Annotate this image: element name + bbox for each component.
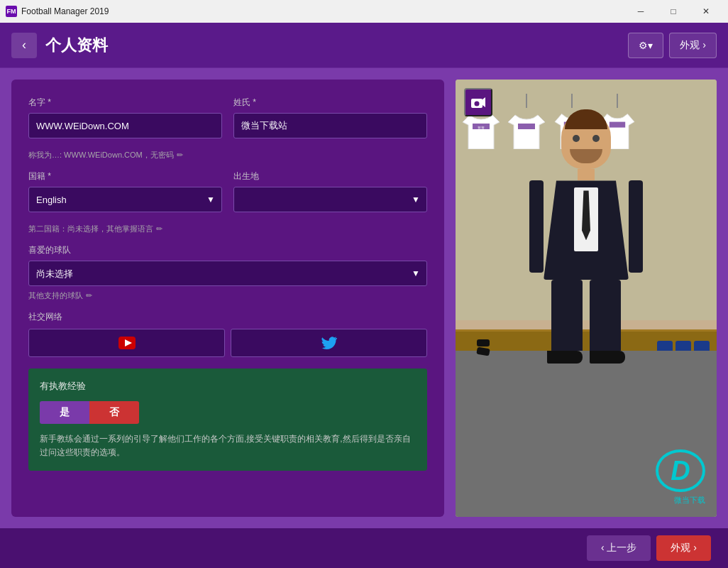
shoe-2: [476, 347, 490, 356]
other-teams-edit-icon[interactable]: ✏: [86, 291, 92, 300]
nav-bar: ‹ 个人资料 ⚙▾ 外观 ›: [0, 23, 728, 68]
coaching-no-button[interactable]: 否: [89, 401, 139, 424]
favorite-team-group: 喜爱的球队 尚未选择 ▼: [28, 244, 427, 286]
char-eye-left: [573, 135, 580, 142]
seat-1: [657, 341, 673, 351]
favorite-team-label: 喜爱的球队: [28, 244, 427, 256]
appearance-button[interactable]: 外观 ›: [656, 535, 711, 561]
back-icon: ‹: [22, 38, 26, 53]
char-head: [561, 112, 611, 169]
char-leg-left-group: [547, 280, 583, 364]
char-leg-right-group: [590, 280, 625, 364]
twitter-button[interactable]: [231, 329, 427, 357]
char-leg-left: [551, 280, 583, 351]
window-controls: ─ □ ✕: [624, 0, 722, 23]
birthplace-select[interactable]: [233, 187, 427, 212]
favorite-team-select-wrap: 尚未选择 ▼: [28, 261, 427, 286]
char-body-wrap: [544, 180, 629, 280]
social-row: [28, 329, 427, 357]
favorite-team-select[interactable]: 尚未选择: [28, 261, 427, 286]
youtube-icon: [118, 337, 136, 349]
last-name-input[interactable]: [233, 113, 427, 138]
watermark: D 微当下载: [656, 449, 705, 506]
nationality-label: 国籍 *: [28, 170, 222, 182]
shirt-item-2: [508, 94, 545, 149]
twitter-icon: [321, 337, 337, 349]
back-button[interactable]: ‹: [11, 33, 37, 58]
first-name-input[interactable]: [28, 113, 222, 138]
page-title: 个人资料: [45, 35, 628, 56]
name-row: 名字 * 姓氏 *: [28, 97, 427, 138]
content-area: 名字 * 姓氏 * 称我为…: WWW.WEiDown.COM，无密码 ✏ 国籍…: [0, 68, 728, 528]
app-window: ‹ 个人资料 ⚙▾ 外观 › 名字 * 姓氏 *: [0, 23, 728, 568]
last-name-label: 姓氏 *: [233, 97, 427, 109]
restore-button[interactable]: □: [657, 0, 690, 23]
nav-right: ⚙▾ 外观 ›: [628, 33, 717, 58]
minimize-button[interactable]: ─: [624, 0, 657, 23]
nickname-hint: 称我为…: WWW.WEiDown.COM，无密码 ✏: [28, 150, 427, 160]
camera-icon: [471, 97, 485, 108]
watermark-logo: D: [656, 449, 705, 492]
svg-point-9: [475, 102, 480, 106]
seat-3: [694, 341, 710, 351]
last-name-group: 姓氏 *: [233, 97, 427, 138]
first-name-group: 名字 *: [28, 97, 222, 138]
svg-marker-8: [482, 97, 485, 107]
camera-button[interactable]: [464, 88, 492, 116]
nationality-row: 国籍 * English ▼ 出生地 ▼: [28, 170, 427, 212]
char-legs: [547, 280, 625, 364]
char-hair: [565, 109, 607, 129]
second-nationality-edit-icon[interactable]: ✏: [156, 224, 162, 234]
settings-button[interactable]: ⚙▾: [628, 33, 663, 58]
bottom-bar: ‹ 上一步 外观 ›: [0, 528, 728, 568]
app-icon: FM: [6, 6, 17, 17]
character-panel: 普普: [456, 80, 717, 517]
shoe-1: [477, 339, 490, 346]
char-arm-left: [529, 180, 544, 273]
char-shoe-left: [547, 351, 583, 364]
nationality-group: 国籍 * English ▼: [28, 170, 222, 212]
birthplace-select-wrap: ▼: [233, 187, 427, 212]
title-bar: FM Football Manager 2019 ─ □ ✕: [0, 0, 728, 23]
char-leg-right: [590, 280, 621, 351]
seat-2: [675, 341, 691, 351]
char-neck: [578, 169, 595, 180]
social-label: 社交网络: [28, 311, 427, 323]
nickname-edit-icon[interactable]: ✏: [177, 151, 183, 160]
watermark-text: 微当下载: [674, 495, 705, 506]
other-teams-hint: 其他支持的球队 ✏: [28, 290, 427, 301]
birthplace-group: 出生地 ▼: [233, 170, 427, 212]
char-beard: [570, 149, 602, 163]
character-3d: [544, 112, 629, 364]
coaching-title: 有执教经验: [40, 380, 416, 393]
nationality-select-wrap: English ▼: [28, 187, 222, 212]
shoes-pair: [477, 339, 490, 355]
birthplace-label: 出生地: [233, 170, 427, 182]
shirt-svg-2: [508, 109, 545, 149]
coaching-yes-button[interactable]: 是: [40, 401, 89, 424]
nav-appearance-button[interactable]: 外观 ›: [669, 33, 717, 58]
coaching-description: 新手教练会通过一系列的引导了解他们工作的各个方面,接受关键职责的相关教育,然后得…: [40, 432, 416, 459]
bench-seats: [657, 341, 710, 351]
prev-button[interactable]: ‹ 上一步: [587, 535, 651, 561]
svg-text:普普: 普普: [478, 126, 485, 130]
youtube-button[interactable]: [28, 329, 225, 357]
svg-rect-4: [518, 124, 535, 129]
char-body: [544, 180, 629, 280]
char-eye-right: [592, 135, 600, 142]
char-arm-right: [629, 180, 643, 273]
form-panel: 名字 * 姓氏 * 称我为…: WWW.WEiDown.COM，无密码 ✏ 国籍…: [11, 80, 444, 517]
coaching-toggle: 是 否: [40, 401, 416, 424]
title-bar-text: Football Manager 2019: [21, 6, 624, 16]
char-shoe-right: [590, 351, 625, 364]
nationality-select[interactable]: English: [28, 187, 222, 212]
first-name-label: 名字 *: [28, 97, 222, 109]
close-button[interactable]: ✕: [690, 0, 722, 23]
second-nationality-hint: 第二国籍：尚未选择，其他掌握语言 ✏: [28, 224, 427, 234]
coaching-box: 有执教经验 是 否 新手教练会通过一系列的引导了解他们工作的各个方面,接受关键职…: [28, 368, 427, 471]
